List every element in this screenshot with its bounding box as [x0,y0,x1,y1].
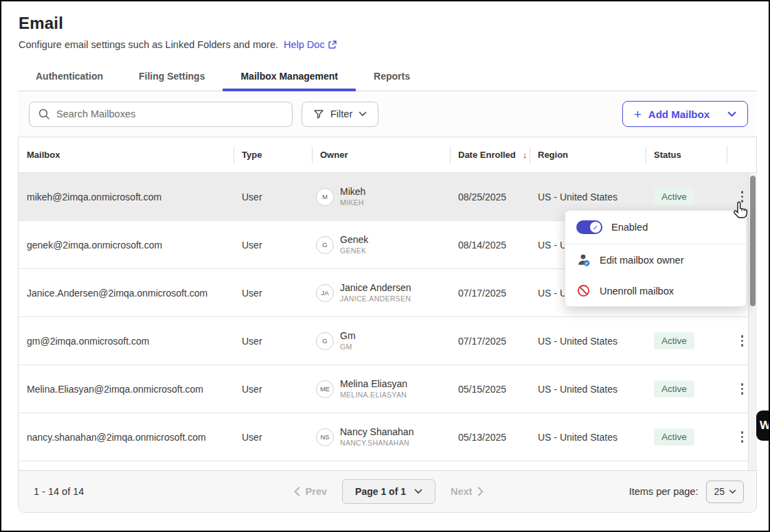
status-cell: Active [646,332,727,349]
search-input[interactable] [56,108,284,119]
funnel-icon [313,108,324,119]
prev-button[interactable]: Prev [294,486,327,497]
type-cell: User [234,288,312,299]
date-enrolled-cell: 08/14/2025 [450,240,530,251]
date-enrolled-cell: 07/17/2025 [450,288,530,299]
next-button[interactable]: Next [451,486,484,497]
items-per-page-label: Items per page: [629,486,699,497]
pager: Prev Page 1 of 1 Next [294,479,484,504]
block-icon [576,284,591,298]
status-cell: Active [646,188,727,205]
date-enrolled-cell: 07/17/2025 [450,336,530,347]
table-header-row: Mailbox Type Owner Date Enrolled ↓ Regio… [19,137,756,173]
mailbox-table: Mailbox Type Owner Date Enrolled ↓ Regio… [18,137,757,513]
mailbox-cell: nancy.shanahan@2imqa.onmicrosoft.com [19,432,234,443]
email-settings-page: Email Configure email settings such as L… [0,0,770,532]
partial-row [19,461,756,470]
result-range: 1 - 14 of 14 [34,486,294,497]
owner-cell: JA Janice AndersenJANICE.ANDERSEN [312,282,450,303]
col-header-mailbox[interactable]: Mailbox [19,137,234,172]
col-header-date-enrolled[interactable]: Date Enrolled ↓ [450,137,530,172]
table-row[interactable]: gm@2imqa.onmicrosoft.com User G GmGM 07/… [19,317,756,365]
avatar: ME [316,380,334,398]
region-cell: US - United States [530,192,646,203]
type-cell: User [234,384,312,395]
region-cell: US - United States [530,432,646,443]
row-actions-menu: ✓ Enabled Edit mailbox owner [565,210,747,307]
region-cell: US - United States [530,384,646,395]
add-mailbox-button[interactable]: + Add Mailbox [622,101,748,127]
page-subtitle: Configure email settings such as Linked … [19,39,278,50]
owner-cell: M MikehMIKEH [312,186,450,207]
mailbox-cell: Melina.Eliasyan@2imqa.onmicrosoft.com [19,384,234,395]
tab-filing-settings[interactable]: Filing Settings [121,62,223,91]
plus-icon: + [634,108,642,121]
chevron-down-icon [414,489,422,494]
tab-mailbox-management[interactable]: Mailbox Management [223,62,356,91]
table-row[interactable]: nancy.shanahan@2imqa.onmicrosoft.com Use… [19,413,756,461]
col-header-owner[interactable]: Owner [312,137,450,172]
edit-owner-icon [576,253,591,267]
enabled-label: Enabled [611,222,648,233]
avatar: G [316,236,334,254]
date-enrolled-cell: 08/25/2025 [450,192,530,203]
filter-button[interactable]: Filter [302,102,378,127]
row-actions-kebab[interactable] [738,380,747,397]
owner-cell: ME Melina EliasyanMELINA.ELIASYAN [312,378,450,400]
status-cell: Active [646,428,727,446]
sort-descending-icon: ↓ [523,150,528,160]
enabled-toggle-row[interactable]: ✓ Enabled [565,211,746,244]
type-cell: User [234,432,312,443]
chevron-down-icon [359,111,367,117]
search-icon [38,108,50,120]
type-cell: User [234,336,312,347]
status-badge: Active [654,428,694,446]
type-cell: User [234,192,312,203]
avatar: G [316,332,334,350]
row-actions-kebab[interactable] [738,428,747,446]
page-select-button[interactable]: Page 1 of 1 [342,479,435,504]
help-doc-link[interactable]: Help Doc [284,39,337,50]
chevron-right-icon [477,487,484,496]
status-badge: Active [654,332,694,349]
row-actions-kebab[interactable] [738,332,747,349]
date-enrolled-cell: 05/15/2025 [450,384,530,395]
avatar: NS [316,428,334,446]
floating-edge-widget[interactable]: W [756,410,769,441]
check-icon: ✓ [590,222,601,233]
mailbox-cell: gm@2imqa.onmicrosoft.com [19,336,234,347]
tab-authentication[interactable]: Authentication [18,62,121,91]
toolbar: Filter + Add Mailbox [18,91,757,137]
row-actions-kebab[interactable] [738,188,747,205]
col-header-status[interactable]: Status [646,137,727,172]
mailbox-cell: Janice.Andersen@2imqa.onmicrosoft.com [19,288,234,299]
type-cell: User [234,240,312,251]
date-enrolled-cell: 05/13/2025 [450,432,530,443]
mailbox-cell: mikeh@2imqa.onmicrosoft.com [19,192,234,203]
tab-reports[interactable]: Reports [356,62,428,91]
region-cell: US - United States [530,336,646,347]
chevron-left-icon [294,487,300,496]
table-row[interactable]: Melina.Eliasyan@2imqa.onmicrosoft.com Us… [19,365,756,413]
mailbox-cell: genek@2imqa.onmicrosoft.com [19,240,234,251]
col-header-type[interactable]: Type [234,137,312,172]
avatar: M [316,188,334,206]
avatar: JA [316,284,334,302]
owner-cell: G GmGM [312,330,450,351]
unenroll-mailbox-item[interactable]: Unenroll mailbox [565,275,746,306]
owner-cell: NS Nancy ShanahanNANCY.SHANAHAN [312,426,450,448]
status-badge: Active [654,380,694,397]
col-header-region[interactable]: Region [530,137,646,172]
table-footer: 1 - 14 of 14 Prev Page 1 of 1 Next [19,470,756,512]
edit-mailbox-owner-item[interactable]: Edit mailbox owner [565,244,746,275]
status-badge: Active [654,188,694,205]
chevron-down-icon [727,111,736,117]
page-title: Email [19,14,769,33]
owner-cell: G GenekGENEK [312,234,450,255]
items-per-page-select[interactable]: 25 [706,481,744,503]
enabled-toggle[interactable]: ✓ [576,220,602,234]
search-mailboxes-box[interactable] [29,102,293,127]
external-link-icon [328,40,337,49]
scrollbar-thumb[interactable] [750,176,756,306]
page-header: Email Configure email settings such as L… [1,1,769,50]
